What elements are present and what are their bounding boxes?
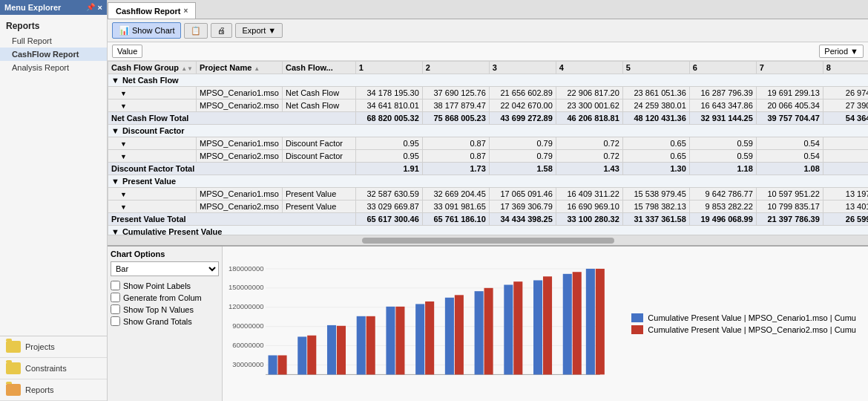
sidebar-header: Menu Explorer 📌 ×	[0, 0, 107, 15]
show-grand-totals-row: Show Grand Totals	[111, 316, 219, 326]
print-button[interactable]: 🖨	[211, 23, 232, 38]
expand-icon[interactable]: ▼	[111, 76, 119, 85]
svg-text:90000000: 90000000	[232, 322, 263, 330]
generate-from-col-label: Generate from Colum	[123, 293, 202, 302]
sidebar-item-full-report[interactable]: Full Report	[0, 34, 107, 48]
data-table-wrapper[interactable]: Cash Flow Group ▲▼ Project Name ▲ Cash F…	[108, 61, 868, 235]
svg-rect-18	[366, 316, 375, 375]
export-arrow-icon: ▼	[268, 26, 276, 35]
show-chart-button[interactable]: 📊 Show Chart	[112, 22, 181, 39]
svg-rect-29	[533, 280, 542, 374]
toolbar: 📊 Show Chart 📋 🖨 Export ▼	[108, 19, 868, 42]
col-header-3[interactable]: 3	[489, 62, 556, 74]
show-top-n-checkbox[interactable]	[111, 304, 120, 314]
main-area: Cashflow Report × 📊 Show Chart 📋 🖨 Expor…	[108, 0, 868, 401]
col-header-8[interactable]: 8	[823, 62, 868, 74]
table-row[interactable]: Present Value Total65 617 300.4665 761 1…	[108, 213, 869, 226]
show-grand-totals-label: Show Grand Totals	[123, 317, 192, 326]
export-button[interactable]: Export ▼	[235, 23, 283, 38]
table-row[interactable]: ▼Cumulative Present Value	[108, 226, 869, 235]
svg-rect-33	[586, 269, 595, 374]
tab-label: Cashflow Report	[116, 7, 180, 16]
legend-label-red: Cumulative Present Value | MPSO_Cenario2…	[648, 325, 856, 334]
period-selector[interactable]: Period ▼	[819, 45, 864, 58]
show-top-n-row: Show Top N Values	[111, 304, 219, 314]
col-header-1[interactable]: 1	[355, 62, 422, 74]
show-top-n-label: Show Top N Values	[123, 305, 194, 314]
col-header-cashflow[interactable]: Cash Flow Group ▲▼	[108, 62, 197, 74]
bar-chart-svg: 180000000 150000000 120000000 90000000 6…	[228, 250, 625, 391]
table-row[interactable]: ▼MPSO_Cenario2.msoDiscount Factor0.950.8…	[108, 150, 869, 163]
show-point-labels-checkbox[interactable]	[111, 281, 120, 290]
filter-row: Value Period ▼	[108, 42, 868, 61]
expand-icon[interactable]: ▼	[111, 126, 119, 135]
chart-type-select[interactable]: Bar Line Pie	[111, 261, 219, 276]
table-row[interactable]: Net Cash Flow Total68 820 005.3275 868 0…	[108, 112, 869, 125]
col-header-6[interactable]: 6	[689, 62, 756, 74]
value-filter-label: Value	[117, 47, 137, 56]
table-scrollbar[interactable]	[108, 235, 868, 245]
col-header-cftype[interactable]: Cash Flow...	[282, 62, 355, 74]
expand-icon[interactable]: ▼	[111, 227, 119, 235]
sidebar-footer-projects[interactable]: Projects	[0, 336, 107, 358]
svg-rect-32	[573, 272, 582, 374]
sidebar-footer-reports[interactable]: Reports	[0, 379, 107, 401]
table-row[interactable]: ▼MPSO_Cenario1.msoNet Cash Flow34 178 19…	[108, 87, 869, 100]
sidebar-item-analysis-report[interactable]: Analysis Report	[0, 61, 107, 74]
col-header-5[interactable]: 5	[622, 62, 689, 74]
table-row[interactable]: ▼MPSO_Cenario1.msoDiscount Factor0.950.8…	[108, 137, 869, 150]
tab-bar: Cashflow Report ×	[108, 0, 868, 19]
sidebar: Menu Explorer 📌 × Reports Full Report Ca…	[0, 0, 108, 401]
table-row[interactable]: Discount Factor Total1.911.731.581.431.3…	[108, 163, 869, 175]
svg-rect-20	[395, 307, 404, 375]
chart-options-title: Chart Options	[111, 250, 219, 258]
table-row[interactable]: ▼Discount Factor	[108, 125, 869, 137]
legend-item-blue: Cumulative Present Value | MPSO_Cenario1…	[631, 313, 856, 322]
show-grand-totals-checkbox[interactable]	[111, 316, 120, 326]
tab-cashflow-report[interactable]: Cashflow Report ×	[108, 2, 196, 19]
chart-svg: 180000000 150000000 120000000 90000000 6…	[228, 250, 625, 398]
col-header-4[interactable]: 4	[556, 62, 622, 74]
svg-rect-30	[543, 276, 552, 374]
export-label: Export	[242, 26, 266, 35]
legend-color-red	[631, 325, 643, 334]
sidebar-nav: Reports Full Report CashFlow Report Anal…	[0, 15, 107, 336]
folder-icon	[6, 341, 21, 353]
chart-area: 180000000 150000000 120000000 90000000 6…	[223, 247, 868, 401]
svg-text:60000000: 60000000	[232, 341, 263, 349]
svg-rect-34	[596, 269, 605, 374]
table-row[interactable]: ▼Net Cash Flow	[108, 74, 869, 87]
svg-rect-23	[445, 298, 454, 375]
svg-rect-25	[475, 291, 484, 374]
copy-button[interactable]: 📋	[184, 23, 208, 39]
bar-red-1	[277, 355, 286, 374]
tab-close-btn[interactable]: ×	[183, 7, 188, 15]
expand-icon[interactable]: ▼	[111, 177, 119, 186]
folder-icon-reports	[6, 384, 21, 396]
chart-options-panel: Chart Options Bar Line Pie Show Point La…	[108, 247, 223, 401]
table-row[interactable]: ▼Present Value	[108, 175, 869, 188]
svg-text:180000000: 180000000	[228, 264, 263, 273]
content-area: Value Period ▼ Cash Flow Group ▲▼ Projec…	[108, 42, 868, 401]
sidebar-item-cashflow-report[interactable]: CashFlow Report	[0, 48, 107, 61]
svg-rect-13	[297, 336, 306, 374]
svg-text:120000000: 120000000	[228, 302, 263, 310]
sidebar-projects-label: Projects	[25, 342, 55, 351]
svg-rect-31	[563, 274, 572, 375]
data-table: Cash Flow Group ▲▼ Project Name ▲ Cash F…	[108, 61, 868, 235]
col-header-7[interactable]: 7	[756, 62, 823, 74]
sidebar-close-btn[interactable]: ×	[98, 3, 102, 12]
table-row[interactable]: ▼MPSO_Cenario2.msoPresent Value33 029 66…	[108, 200, 869, 213]
bottom-section: Chart Options Bar Line Pie Show Point La…	[108, 245, 868, 401]
show-chart-label: Show Chart	[132, 26, 174, 35]
table-row[interactable]: ▼MPSO_Cenario1.msoPresent Value32 587 63…	[108, 188, 869, 200]
value-filter-button[interactable]: Value	[112, 45, 142, 58]
table-row[interactable]: ▼MPSO_Cenario2.msoNet Cash Flow34 641 81…	[108, 100, 869, 112]
sidebar-pin-btn[interactable]: 📌	[86, 3, 95, 12]
generate-from-col-checkbox[interactable]	[111, 293, 120, 302]
col-header-project[interactable]: Project Name ▲	[196, 62, 282, 74]
col-header-2[interactable]: 2	[422, 62, 489, 74]
copy-icon: 📋	[191, 26, 201, 36]
svg-rect-15	[327, 325, 336, 374]
sidebar-footer-constraints[interactable]: Constraints	[0, 358, 107, 379]
